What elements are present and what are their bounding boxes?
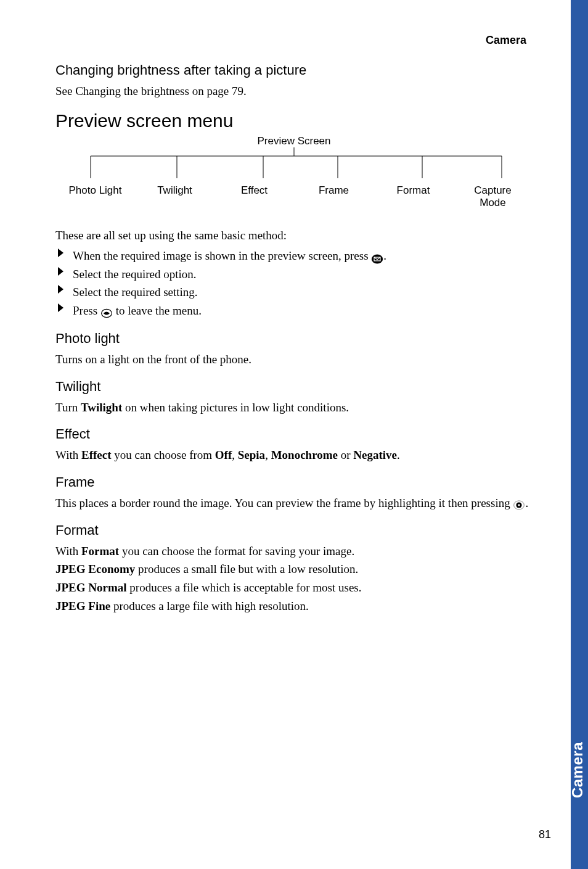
effect-t6: . xyxy=(397,448,400,461)
heading-changing-brightness: Changing brightness after taking a pictu… xyxy=(55,62,533,78)
tree-leaf-capture-mode: Capture Mode xyxy=(453,184,533,209)
center-button-icon xyxy=(513,499,525,510)
format-l1a: you can choose the format for saving you… xyxy=(119,545,354,558)
tree-leaf-twilight: Twilight xyxy=(135,184,214,209)
triangle-bullet-icon xyxy=(58,249,63,257)
envelope-icon xyxy=(371,252,383,263)
menu-tree: Preview Screen Photo Light Twilight Effe… xyxy=(55,135,533,209)
effect-t4: , xyxy=(265,448,271,461)
triangle-bullet-icon xyxy=(58,303,63,312)
text-frame: This places a border round the image. Yo… xyxy=(55,495,533,511)
format-l1b: With xyxy=(55,545,81,558)
format-l1bold: Format xyxy=(81,545,119,558)
heading-format: Format xyxy=(55,522,533,538)
twilight-bold: Twilight xyxy=(81,401,122,414)
triangle-bullet-icon xyxy=(58,267,63,276)
bullet-item-2: Select the required option. xyxy=(55,265,533,283)
bullet-1-text-after: . xyxy=(383,249,386,262)
heading-twilight: Twilight xyxy=(55,379,533,395)
heading-preview-menu: Preview screen menu xyxy=(55,110,533,131)
text-format-2: JPEG Economy produces a small file but w… xyxy=(55,561,533,577)
text-format-3: JPEG Normal produces a file which is acc… xyxy=(55,580,533,596)
text-format-1: With Format you can choose the format fo… xyxy=(55,543,533,559)
bullet-1-text-before: When the required image is shown in the … xyxy=(73,249,371,262)
preview-intro: These are all set up using the same basi… xyxy=(55,228,533,244)
effect-b5: Negative xyxy=(353,448,397,461)
effect-t5: or xyxy=(338,448,353,461)
bullet-2-text: Select the required option. xyxy=(73,268,197,281)
format-l4a: produces a large file with high resoluti… xyxy=(110,599,309,612)
section-header: Camera xyxy=(55,34,526,47)
format-l4bold: JPEG Fine xyxy=(55,599,110,612)
format-l3a: produces a file which is acceptable for … xyxy=(127,581,362,594)
frame-before: This places a border round the image. Yo… xyxy=(55,496,513,509)
bullet-3-text: Select the required setting. xyxy=(73,286,198,299)
effect-t1: With xyxy=(55,448,81,461)
tree-leaf-labels: Photo Light Twilight Effect Frame Format… xyxy=(55,184,533,209)
bullet-4-text-after: to leave the menu. xyxy=(113,304,202,317)
effect-b3: Sepia xyxy=(238,448,265,461)
tree-lines xyxy=(63,147,525,183)
bullet-item-3: Select the required setting. xyxy=(55,283,533,301)
tree-leaf-format: Format xyxy=(374,184,453,209)
page-content: Camera Changing brightness after taking … xyxy=(0,0,588,869)
text-twilight: Turn Twilight on when taking pictures in… xyxy=(55,400,533,416)
format-l3bold: JPEG Normal xyxy=(55,581,127,594)
tree-leaf-effect: Effect xyxy=(214,184,294,209)
svg-point-13 xyxy=(518,504,520,506)
twilight-before: Turn xyxy=(55,401,81,414)
bullet-list: When the required image is shown in the … xyxy=(55,247,533,319)
heading-frame: Frame xyxy=(55,474,533,490)
heading-photo-light: Photo light xyxy=(55,331,533,347)
text-effect: With Effect you can choose from Off, Sep… xyxy=(55,447,533,463)
effect-t3: , xyxy=(232,448,238,461)
bullet-item-4: Press to leave the menu. xyxy=(55,302,533,319)
effect-b2: Off xyxy=(215,448,232,461)
tree-leaf-photo-light: Photo Light xyxy=(55,184,135,209)
effect-t2: you can choose from xyxy=(112,448,215,461)
format-l2a: produces a small file but with a low res… xyxy=(135,562,358,575)
heading-effect: Effect xyxy=(55,426,533,442)
frame-after: . xyxy=(525,496,528,509)
effect-b4: Monochrome xyxy=(271,448,338,461)
back-arrow-icon xyxy=(100,306,113,317)
bullet-4-text-before: Press xyxy=(73,304,100,317)
effect-b1: Effect xyxy=(81,448,112,461)
text-format-4: JPEG Fine produces a large file with hig… xyxy=(55,598,533,614)
text-photo-light: Turns on a light on the front of the pho… xyxy=(55,352,533,368)
bullet-item-1: When the required image is shown in the … xyxy=(55,247,533,265)
svg-point-8 xyxy=(372,254,383,263)
text-changing-brightness: See Changing the brightness on page 79. xyxy=(55,83,533,99)
page-number: 81 xyxy=(539,828,551,841)
format-l2bold: JPEG Economy xyxy=(55,562,135,575)
twilight-after: on when taking pictures in low light con… xyxy=(122,401,349,414)
tree-leaf-frame: Frame xyxy=(294,184,374,209)
triangle-bullet-icon xyxy=(58,285,63,294)
tree-root-label: Preview Screen xyxy=(55,135,533,147)
